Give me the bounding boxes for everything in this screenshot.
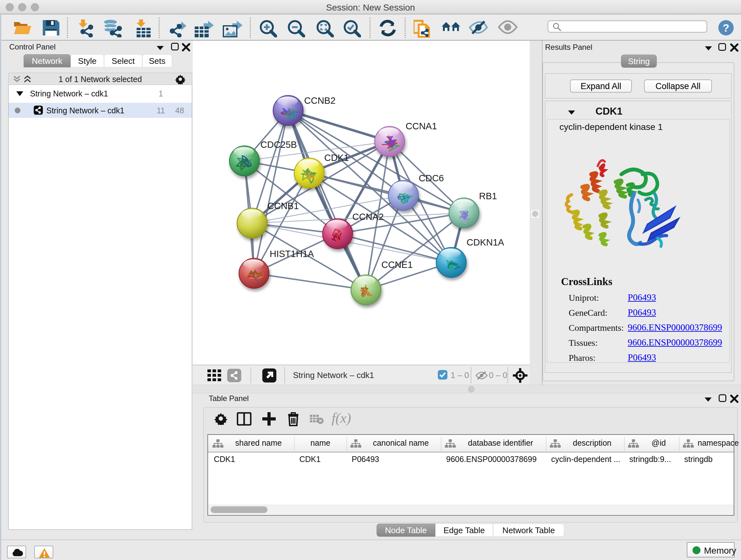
svg-text:HIST1H1A: HIST1H1A <box>270 249 314 259</box>
svg-text:CDK1: CDK1 <box>324 152 349 163</box>
svg-text:CCNB2: CCNB2 <box>304 96 335 106</box>
svg-text:CDC6: CDC6 <box>419 173 444 183</box>
svg-text:CCNB1: CCNB1 <box>267 201 299 211</box>
svg-text:RB1: RB1 <box>479 191 497 201</box>
svg-text:?: ? <box>723 22 730 34</box>
svg-text:CCNA1: CCNA1 <box>406 121 437 131</box>
svg-text:CCNE1: CCNE1 <box>381 260 413 270</box>
svg-text:CDKN1A: CDKN1A <box>467 237 504 247</box>
svg-text:CCNA2: CCNA2 <box>352 212 384 222</box>
svg-text:CDC25B: CDC25B <box>260 139 297 150</box>
